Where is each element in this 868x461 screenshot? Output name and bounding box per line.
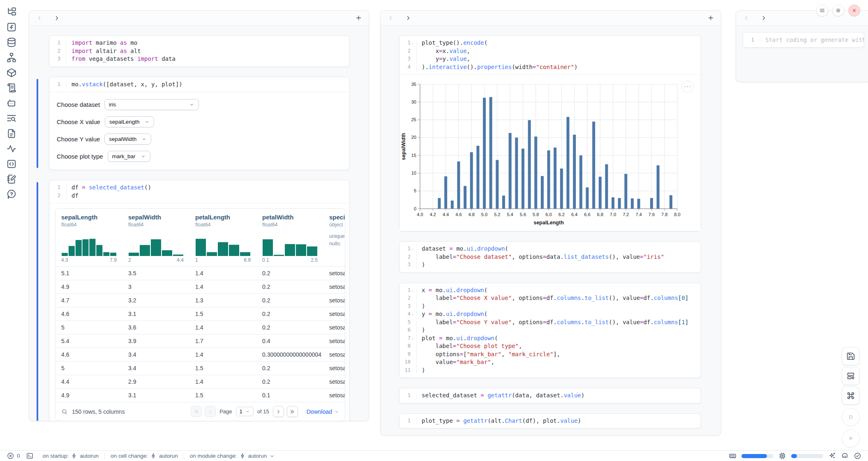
copilot-button[interactable] <box>841 452 849 460</box>
editor-placeholder[interactable]: Start coding or generate with <box>760 37 864 43</box>
column-header-sepalLength[interactable]: sepalLengthfloat644.37.9 <box>55 209 122 266</box>
notebook-pen-icon[interactable] <box>6 174 17 184</box>
runtime-on-module-change[interactable]: on module change: autorun <box>190 453 275 459</box>
code-editor[interactable]: 1df = selected_dataset()2df <box>49 180 349 203</box>
page-select[interactable]: 1 <box>236 407 254 416</box>
cell-plot-type[interactable]: 1plot_type = getattr(alt.Chart(df), plot… <box>399 413 701 429</box>
table-row[interactable]: 4.63.11.50.2setosa <box>55 307 345 320</box>
history-back-button[interactable] <box>386 14 395 23</box>
fold-chevron-icon[interactable]: ⌄ <box>411 286 415 295</box>
cell-empty-editor[interactable]: 1 Start coding or generate with <box>743 32 864 48</box>
table-row[interactable]: 53.61.40.2setosa <box>55 320 345 334</box>
fold-chevron-icon[interactable]: ⌄ <box>411 39 415 47</box>
cell-vstack[interactable]: 1mo.vstack([dataset, x, y, plot])Choose … <box>49 77 350 171</box>
column-max: 6.9 <box>244 257 251 263</box>
table-row[interactable]: 4.42.91.40.2setosa <box>55 375 345 388</box>
history-back-button[interactable] <box>35 14 44 23</box>
add-cell-button[interactable] <box>354 14 363 23</box>
table-row[interactable]: 53.41.50.2setosa <box>55 361 345 375</box>
middle-cells-container: 1⌄plot_type().encode(2 x=x.value,3 y=y.v… <box>381 25 721 429</box>
bot-message-icon[interactable] <box>6 98 17 108</box>
terminal-button[interactable] <box>26 452 34 460</box>
download-button[interactable]: Download <box>307 408 339 415</box>
code-editor[interactable]: 1import marimo as mo2import altair as al… <box>49 36 349 67</box>
file-text-icon[interactable] <box>6 128 17 139</box>
code-editor[interactable]: 1⌄dataset = mo.ui.dropdown(2 label="Choo… <box>399 242 701 272</box>
function-square-icon[interactable] <box>6 22 17 32</box>
column-histogram[interactable] <box>61 231 117 256</box>
column-histogram[interactable] <box>195 231 251 256</box>
network-icon[interactable] <box>6 52 17 63</box>
file-tree-icon[interactable] <box>6 7 17 17</box>
menu-button[interactable] <box>816 5 828 16</box>
table-row[interactable]: 5.13.51.40.2setosa <box>55 266 345 280</box>
column-header-species[interactable]: speciesobjectunique:nulls: <box>323 209 345 266</box>
search-icon[interactable] <box>61 408 68 415</box>
package-icon[interactable] <box>6 67 17 78</box>
table-row[interactable]: 4.63.41.40.30000000000000004setosa <box>55 348 345 361</box>
next-page-button[interactable] <box>273 406 284 417</box>
add-cell-button[interactable] <box>706 14 715 23</box>
history-forward-button[interactable] <box>52 14 61 23</box>
previous-page-button[interactable] <box>205 406 216 417</box>
activity-icon[interactable] <box>6 143 17 154</box>
dropdown-dataset[interactable]: iris <box>104 99 199 110</box>
chevron-down-icon <box>141 154 146 159</box>
scroll-icon[interactable] <box>6 83 17 93</box>
table-row[interactable]: 4.931.40.2setosa <box>55 280 345 293</box>
code-line: 2import altair as alt <box>49 47 349 55</box>
column-header-petalLength[interactable]: petalLengthfloat6416.9 <box>189 209 256 266</box>
cell-plot-expression[interactable]: 1⌄plot_type().encode(2 x=x.value,3 y=y.v… <box>399 35 701 231</box>
connection-status-icon[interactable] <box>854 452 861 460</box>
cell-imports[interactable]: 1import marimo as mo2import altair as al… <box>49 35 350 67</box>
history-back-button[interactable] <box>742 14 751 23</box>
code-text: label="Choose X value", options=df.colum… <box>417 294 688 302</box>
text-search-icon[interactable] <box>6 113 17 124</box>
table-row[interactable]: 4.93.11.50.1setosa <box>55 388 345 402</box>
cell-selected-dataset[interactable]: 1selected_dataset = getattr(data, datase… <box>399 388 701 403</box>
code-editor[interactable]: 1mo.vstack([dataset, x, y, plot]) <box>49 77 349 92</box>
dropdown-plot-type[interactable]: mark_bar <box>108 151 150 162</box>
table-row[interactable]: 4.73.21.30.2setosa <box>55 293 345 307</box>
cell-xy-plot-dropdowns[interactable]: 1⌄x = mo.ui.dropdown(2 label="Choose X v… <box>399 283 701 378</box>
settings-button[interactable] <box>832 5 844 16</box>
column-header-petalWidth[interactable]: petalWidthfloat640.12.5 <box>256 209 323 266</box>
ai-sparkles-button[interactable] <box>828 452 836 460</box>
history-forward-button[interactable] <box>404 14 413 23</box>
code-snippet-icon[interactable] <box>6 159 17 169</box>
help-circle-icon[interactable] <box>6 189 17 200</box>
runtime-on-cell-change[interactable]: on cell change: autorun <box>111 453 178 459</box>
column-histogram[interactable] <box>262 231 318 256</box>
table-row[interactable]: 5.43.91.70.4setosa <box>55 334 345 348</box>
last-page-button[interactable] <box>287 406 298 417</box>
database-icon[interactable] <box>6 37 17 48</box>
save-button[interactable] <box>842 347 860 365</box>
code-editor[interactable]: 1plot_type = getattr(alt.Chart(df), plot… <box>399 414 701 429</box>
generate-with-ai-link[interactable]: generate <box>821 37 848 43</box>
column-min: 1 <box>195 257 198 263</box>
fold-chevron-icon[interactable]: ⌄ <box>411 310 415 318</box>
cell-dataframe[interactable]: 1df = selected_dataset()2dfsepalLengthfl… <box>49 180 350 421</box>
column-header-sepalWidth[interactable]: sepalWidthfloat6424.4 <box>122 209 189 266</box>
dropdown-x-value[interactable]: sepalLength <box>105 116 155 127</box>
code-editor[interactable]: 1selected_dataset = getattr(data, datase… <box>399 388 701 403</box>
dropdown-y-value[interactable]: sepalWidth <box>104 134 151 145</box>
command-palette-button[interactable] <box>842 387 860 405</box>
fold-chevron-icon[interactable]: ⌄ <box>411 245 415 253</box>
column-histogram[interactable] <box>128 231 184 256</box>
column-range: 24.4 <box>128 257 184 263</box>
stop-button[interactable] <box>842 408 860 426</box>
fold-chevron-icon[interactable]: ⌄ <box>411 334 415 343</box>
code-editor[interactable]: 1⌄x = mo.ui.dropdown(2 label="Choose X v… <box>399 283 701 378</box>
layout-button[interactable] <box>842 367 860 385</box>
close-button[interactable] <box>848 5 860 16</box>
run-button[interactable] <box>842 429 860 447</box>
history-forward-button[interactable] <box>759 14 768 23</box>
altair-bar-chart[interactable]: 4.04.24.44.64.85.05.25.45.65.86.06.26.46… <box>399 75 701 231</box>
errors-indicator[interactable]: 0 <box>7 452 20 460</box>
cell-dataset-dropdown[interactable]: 1⌄dataset = mo.ui.dropdown(2 label="Choo… <box>399 241 701 273</box>
code-editor[interactable]: 1⌄plot_type().encode(2 x=x.value,3 y=y.v… <box>399 36 701 74</box>
code-line: 2df <box>49 192 349 200</box>
first-page-button[interactable] <box>191 406 202 417</box>
runtime-on-startup[interactable]: on startup: autorun <box>43 453 99 459</box>
